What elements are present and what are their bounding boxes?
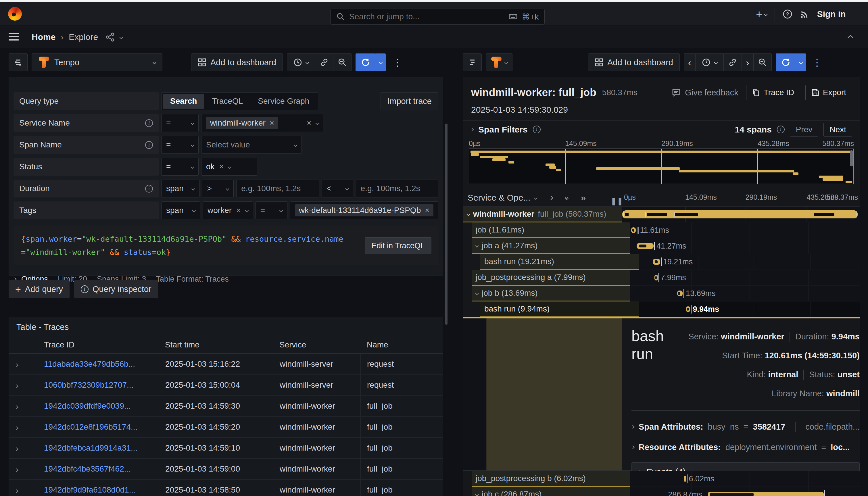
breadcrumb-home[interactable]: Home	[32, 32, 56, 42]
time-shift-left-button[interactable]: ‹	[684, 53, 696, 71]
expand-row-icon[interactable]	[15, 405, 18, 409]
collapse-icon[interactable]	[475, 291, 479, 295]
close-icon[interactable]: ×	[219, 163, 224, 171]
expand-row-icon[interactable]	[15, 363, 18, 367]
span-row[interactable]: bash run (19.21ms) 19.21ms	[463, 254, 860, 270]
span-bar[interactable]	[631, 227, 636, 233]
collapse-icon[interactable]	[466, 212, 470, 216]
tags-operator[interactable]: =	[255, 201, 288, 219]
tags-value[interactable]: wk-default-133114d6a91e-PSPQb×	[290, 201, 438, 219]
search-field[interactable]	[349, 12, 504, 21]
trace-id-button[interactable]: Trace ID	[746, 85, 800, 100]
time-shift-right-button[interactable]: ›	[742, 53, 753, 71]
prev-span-button[interactable]: Prev	[790, 123, 819, 137]
search-input[interactable]: ⌘+k	[330, 9, 545, 25]
span-name-operator[interactable]: =	[161, 136, 199, 154]
table-row[interactable]: 1942dc039dfdf9e0039... 2025-01-03 14:59:…	[9, 396, 443, 417]
status-value[interactable]: ok×	[201, 158, 257, 175]
add-query-button[interactable]: +Add query	[9, 280, 69, 298]
panel-kebab-menu[interactable]: ⋮	[390, 57, 405, 68]
span-bar[interactable]	[653, 259, 660, 265]
status-operator[interactable]: =	[161, 158, 199, 175]
duration-scope[interactable]: span	[161, 180, 200, 198]
span-row[interactable]: job a (41.27ms) 41.27ms	[463, 238, 860, 254]
news-rss-icon[interactable]	[800, 9, 810, 19]
duration-gt-operator[interactable]: >	[202, 180, 234, 198]
query-inspector-button[interactable]: iQuery inspector	[74, 280, 158, 298]
trace-id-link[interactable]: 1942dc012e8f196b5174...	[44, 422, 137, 431]
run-query-dropdown-right[interactable]	[796, 53, 806, 71]
collapse-icon[interactable]	[475, 244, 479, 248]
span-bar[interactable]	[654, 275, 658, 280]
trace-id-link[interactable]: 1942dbfc4be3567f462...	[44, 464, 131, 473]
span-row[interactable]: job_postprocessing b (6.02ms) 6.02ms	[463, 471, 860, 487]
minimap-scroll-thumb[interactable]	[850, 150, 853, 166]
expand-row-icon[interactable]	[15, 427, 18, 430]
service-name-value[interactable]: windmill-worker× ×	[201, 114, 323, 132]
close-icon[interactable]: ×	[236, 207, 241, 214]
span-filters-toggle-icon[interactable]	[470, 128, 474, 131]
table-row[interactable]: 1942dbfc4be3567f462... 2025-01-03 14:59:…	[9, 459, 443, 480]
span-bar[interactable]	[622, 210, 858, 218]
duration-max-input[interactable]: e.g. 100ms, 1.2s	[356, 180, 438, 198]
expand-row-icon[interactable]	[15, 385, 18, 388]
table-row[interactable]: 1060bbf732309b12707... 2025-01-03 15:00:…	[9, 375, 443, 396]
link-split-button-right[interactable]	[724, 53, 742, 71]
clear-icon[interactable]: ×	[307, 119, 311, 127]
next-span-button[interactable]: Next	[823, 123, 852, 137]
table-row[interactable]: 11dabada33e479db56b... 2025-01-03 15:16:…	[9, 354, 443, 375]
close-icon[interactable]: ×	[425, 207, 430, 214]
tab-search[interactable]: Search	[163, 94, 204, 109]
sign-in-link[interactable]: Sign in	[817, 9, 846, 19]
zoom-out-button-right[interactable]	[754, 53, 772, 71]
grafana-logo[interactable]	[8, 7, 22, 21]
col-trace-id[interactable]: Trace ID	[38, 340, 159, 350]
col-name[interactable]: Name	[360, 336, 443, 354]
trace-id-link[interactable]: 1942dbfebca1d9914a31...	[44, 444, 137, 452]
col-service[interactable]: Service	[273, 336, 360, 354]
close-icon[interactable]: ×	[269, 119, 274, 127]
tags-value-chip[interactable]: wk-default-133114d6a91e-PSPQb×	[295, 204, 433, 216]
run-query-dropdown[interactable]	[376, 53, 386, 71]
link-split-button[interactable]	[315, 53, 334, 71]
span-row[interactable]: job c (286.87ms) 286.87ms	[463, 487, 860, 496]
duration-lt-operator[interactable]: <	[322, 180, 353, 198]
span-name-value[interactable]: Select value	[201, 136, 302, 154]
chevron-down-icon[interactable]	[119, 35, 123, 39]
tags-key[interactable]: worker×	[203, 201, 253, 219]
share-icon[interactable]	[106, 32, 115, 42]
service-name-chip[interactable]: windmill-worker×	[206, 117, 278, 129]
tags-scope[interactable]: span	[161, 201, 200, 219]
col-start-time[interactable]: Start time	[159, 336, 273, 354]
import-trace-button[interactable]: Import trace	[381, 92, 438, 110]
zoom-out-button[interactable]	[334, 53, 352, 71]
table-row[interactable]: 1942dbfebca1d9914a31... 2025-01-03 14:59…	[9, 438, 443, 459]
collapse-icon[interactable]	[475, 493, 479, 496]
trace-id-link[interactable]: 1942dbf9d9fa6108d0d1...	[44, 485, 136, 494]
panel-kebab-menu-right[interactable]: ⋮	[810, 57, 824, 68]
collapse-top-icon[interactable]	[848, 35, 853, 41]
span-bar[interactable]	[684, 476, 686, 482]
span-row-selected[interactable]: bash run (9.94ms) 9.94ms	[463, 301, 860, 317]
expand-all-icon[interactable]: »	[580, 192, 586, 203]
run-query-button-right[interactable]	[776, 53, 796, 71]
table-row[interactable]: 1942dc012e8f196b5174... 2025-01-03 14:59…	[9, 417, 443, 438]
new-menu-button[interactable]: +	[756, 8, 767, 20]
expand-row-icon[interactable]	[15, 490, 18, 493]
tab-service-graph[interactable]: Service Graph	[250, 94, 317, 109]
give-feedback-button[interactable]: Give feedback	[669, 85, 741, 100]
add-to-dashboard-button[interactable]: Add to dashboard	[191, 53, 283, 71]
mega-menu-toggle[interactable]	[9, 31, 19, 43]
query-outline-button-right[interactable]	[463, 53, 482, 71]
span-row[interactable]: job b (13.69ms) 13.69ms	[463, 286, 860, 301]
expand-row-icon[interactable]	[15, 468, 18, 472]
span-bar[interactable]	[686, 306, 690, 312]
expand-one-icon[interactable]	[549, 196, 554, 200]
span-bar[interactable]	[637, 243, 653, 249]
trace-id-link[interactable]: 1942dc039dfdf9e0039...	[44, 401, 131, 410]
span-row[interactable]: job (11.61ms) 11.61ms	[463, 222, 860, 238]
query-outline-button[interactable]	[9, 53, 28, 71]
trace-minimap[interactable]	[469, 149, 854, 184]
services-column-header[interactable]: Service & Ope...	[468, 193, 537, 203]
breadcrumb-explore[interactable]: Explore	[69, 32, 98, 42]
